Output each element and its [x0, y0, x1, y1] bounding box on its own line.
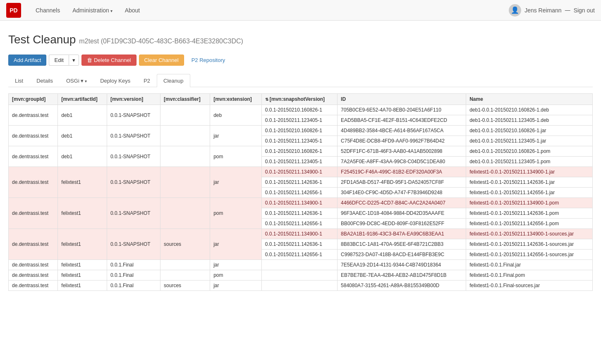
tab-details[interactable]: Details — [30, 74, 60, 87]
tab-cleanup-link[interactable]: Cleanup — [157, 74, 190, 87]
cell-extension: pom — [210, 270, 262, 281]
cell-groupid: de.dentrassi.test — [9, 198, 58, 229]
cell-snapshotversion: 0.0.1-20150211.134900-1 — [261, 229, 337, 239]
navbar-brand[interactable]: PD — [6, 3, 21, 18]
cell-id: 7E5EAA19-2D14-4131-9344-C4B749D18364 — [338, 260, 466, 270]
tab-p2[interactable]: P2 — [137, 74, 157, 87]
tab-deploy-keys-link[interactable]: Deploy Keys — [93, 74, 137, 87]
page-subtitle: m2test (0F1D9C3D-405C-483C-B663-4E3E3280… — [79, 38, 243, 45]
cell-id: 705B0CE9-6E52-4A70-8EB0-204E51A6F110 — [338, 105, 466, 115]
cell-id: BB00FC99-DC8C-4EDD-809F-03F8162E52FF — [338, 219, 466, 229]
tab-list[interactable]: List — [8, 74, 30, 87]
nav-item-administration[interactable]: Administration — [66, 7, 118, 14]
table-row: de.dentrassi.testfelixtest10.0.1-SNAPSHO… — [9, 198, 593, 208]
cell-extension: jar — [210, 260, 262, 270]
cell-id: C9987523-DA07-418B-8ACD-E144FBFB3E9C — [338, 250, 466, 260]
table-row: de.dentrassi.testdeb10.0.1-SNAPSHOTjar0.… — [9, 126, 593, 136]
cell-name: felixtest1-0.0.1-20150211.142656-1.pom — [466, 219, 593, 229]
cell-snapshotversion: 0.0.1-20150211.123405-1 — [261, 157, 337, 167]
tab-osgi-link[interactable]: OSGi ▾ — [60, 74, 93, 87]
add-artifact-button[interactable]: Add Artifact — [8, 55, 46, 66]
nav-link-administration[interactable]: Administration — [68, 5, 116, 16]
cell-artifactid: deb1 — [58, 126, 107, 146]
brand-logo: PD — [6, 3, 21, 18]
table-container: [mvn:groupId] [mvn:artifactId] [mvn:vers… — [8, 93, 593, 291]
nav-link-about[interactable]: About — [121, 5, 144, 16]
nav-item-channels[interactable]: Channels — [29, 7, 66, 14]
col-version: [mvn:version] — [107, 94, 160, 105]
cell-name: deb1-0.0.1-20150210.160826-1.pom — [466, 146, 593, 157]
edit-button-group: Edit ▾ — [49, 55, 79, 66]
tab-osgi[interactable]: OSGi ▾ — [60, 74, 93, 87]
cell-name: deb1-0.0.1-20150210.160826-1.jar — [466, 126, 593, 136]
cell-snapshotversion — [261, 270, 337, 281]
cell-version: 0.0.1.Final — [107, 281, 160, 291]
user-name-link[interactable]: Jens Reimann — [524, 7, 562, 14]
col-snapshotversion[interactable]: ⇅[mvn:snapshotVersion] — [261, 94, 337, 105]
tab-details-link[interactable]: Details — [30, 74, 60, 87]
cell-artifactid: felixtest1 — [58, 270, 107, 281]
col-extension: [mvn:extension] — [210, 94, 262, 105]
page-content: Test Cleanup m2test (0F1D9C3D-405C-483C-… — [0, 21, 601, 299]
cell-id: EB7BE7BE-7EAA-42B4-AEB2-AB1D475F8D1B — [338, 270, 466, 281]
table-row: de.dentrassi.testfelixtest10.0.1-SNAPSHO… — [9, 167, 593, 177]
edit-button[interactable]: Edit — [49, 55, 68, 66]
table-row: de.dentrassi.testdeb10.0.1-SNAPSHOTpom0.… — [9, 146, 593, 157]
cell-artifactid: felixtest1 — [58, 281, 107, 291]
col-classifier: [mvn:classifier] — [160, 94, 210, 105]
navbar: PD Channels Administration About 👤 Jens … — [0, 0, 601, 21]
table-row: de.dentrassi.testfelixtest10.0.1.Finalpo… — [9, 270, 593, 281]
navbar-right: 👤 Jens Reimann — Sign out — [509, 4, 595, 17]
cell-groupid: de.dentrassi.test — [9, 229, 58, 260]
cell-artifactid: felixtest1 — [58, 229, 107, 260]
edit-dropdown-button[interactable]: ▾ — [69, 55, 79, 66]
tab-p2-link[interactable]: P2 — [137, 74, 157, 87]
cell-extension: jar — [210, 229, 262, 260]
tab-deploy-keys[interactable]: Deploy Keys — [93, 74, 137, 87]
tab-list-link[interactable]: List — [8, 74, 30, 87]
sort-icon: ⇅ — [265, 97, 268, 102]
cell-snapshotversion: 0.0.1-20150211.142656-1 — [261, 188, 337, 198]
page-title-text: Test Cleanup — [8, 33, 76, 46]
nav-link-channels[interactable]: Channels — [31, 5, 64, 16]
cell-classifier — [160, 198, 210, 229]
cell-name: felixtest1-0.0.1-20150211.134900-1-sourc… — [466, 229, 593, 239]
cell-extension: jar — [210, 126, 262, 146]
col-name: Name — [466, 94, 593, 105]
cell-id: 52DFF1FC-671B-46F3-AAB0-4A1AB5002898 — [338, 146, 466, 157]
clear-channel-button[interactable]: Clear Channel — [139, 55, 184, 66]
cell-artifactid: felixtest1 — [58, 260, 107, 270]
cell-id: 584080A7-3155-4261-A89A-B8155349B00D — [338, 281, 466, 291]
cell-classifier — [160, 270, 210, 281]
table-row: de.dentrassi.testfelixtest10.0.1.Finalso… — [9, 281, 593, 291]
cell-extension: jar — [210, 167, 262, 198]
col-id: ID — [338, 94, 466, 105]
p2-repository-link[interactable]: P2 Repository — [187, 55, 230, 65]
delete-channel-button[interactable]: 🗑 Delete Channel — [81, 55, 136, 66]
cell-classifier — [160, 105, 210, 126]
tab-cleanup[interactable]: Cleanup — [157, 74, 190, 87]
cell-snapshotversion: 0.0.1-20150211.123405-1 — [261, 136, 337, 146]
cell-id: 8B83BC1C-1A81-470A-95EE-6F4B721C2BB3 — [338, 239, 466, 250]
user-avatar: 👤 — [509, 4, 521, 17]
cell-classifier: sources — [160, 281, 210, 291]
cell-classifier: sources — [160, 229, 210, 260]
cell-version: 0.0.1-SNAPSHOT — [107, 198, 160, 229]
cell-artifactid: felixtest1 — [58, 198, 107, 229]
action-bar: Add Artifact Edit ▾ 🗑 Delete Channel Cle… — [8, 55, 593, 66]
cell-id: 96F3AAEC-1D18-4084-9884-DD42D35AAAFE — [338, 208, 466, 219]
cell-classifier — [160, 167, 210, 198]
cell-id: C75F4D8E-DCB8-4FD9-AAF0-9962F7B64D42 — [338, 136, 466, 146]
table-head: [mvn:groupId] [mvn:artifactId] [mvn:vers… — [9, 94, 593, 105]
cell-extension: pom — [210, 146, 262, 167]
cell-groupid: de.dentrassi.test — [9, 146, 58, 167]
sign-out-link[interactable]: Sign out — [574, 7, 595, 14]
cell-extension: pom — [210, 198, 262, 229]
cell-groupid: de.dentrassi.test — [9, 260, 58, 270]
cell-version: 0.0.1.Final — [107, 270, 160, 281]
cell-artifactid: deb1 — [58, 105, 107, 126]
nav-item-about[interactable]: About — [119, 7, 146, 14]
cell-id: 7A2A5F0E-A8FF-43AA-99C8-C04D5C1DEA80 — [338, 157, 466, 167]
cell-groupid: de.dentrassi.test — [9, 105, 58, 126]
nav-tabs: List Details OSGi ▾ Deploy Keys P2 Clean… — [8, 74, 593, 87]
